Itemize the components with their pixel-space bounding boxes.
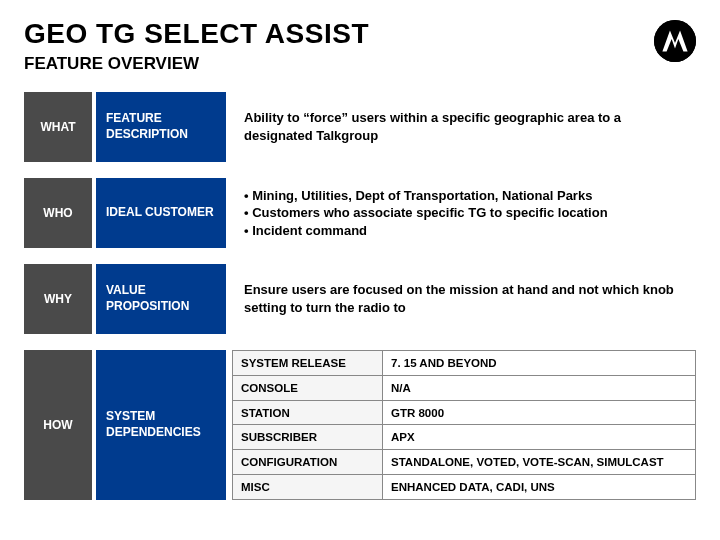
table-row: SUBSCRIBERAPX	[233, 425, 696, 450]
dep-val: GTR 8000	[383, 400, 696, 425]
feature-rows: WHAT FEATURE DESCRIPTION Ability to “for…	[24, 92, 696, 500]
svg-point-0	[654, 20, 696, 62]
row-tag-how: HOW	[24, 350, 92, 500]
title-block: GEO TG SELECT ASSIST FEATURE OVERVIEW	[24, 18, 654, 74]
dep-val: APX	[383, 425, 696, 450]
page-subtitle: FEATURE OVERVIEW	[24, 54, 654, 74]
row-content-what: Ability to “force” users within a specif…	[232, 92, 696, 162]
page-title: GEO TG SELECT ASSIST	[24, 18, 654, 50]
row-what: WHAT FEATURE DESCRIPTION Ability to “for…	[24, 92, 696, 162]
list-item: Mining, Utilities, Dept of Transportatio…	[244, 187, 684, 205]
motorola-logo-icon	[654, 20, 696, 62]
row-content-who: Mining, Utilities, Dept of Transportatio…	[232, 178, 696, 248]
dep-val: STANDALONE, VOTED, VOTE-SCAN, SIMULCAST	[383, 450, 696, 475]
dep-key: CONSOLE	[233, 375, 383, 400]
header: GEO TG SELECT ASSIST FEATURE OVERVIEW	[24, 18, 696, 74]
row-label-who: IDEAL CUSTOMER	[96, 178, 226, 248]
row-why: WHY VALUE PROPOSITION Ensure users are f…	[24, 264, 696, 334]
table-row: SYSTEM RELEASE7. 15 AND BEYOND	[233, 351, 696, 376]
dep-key: SYSTEM RELEASE	[233, 351, 383, 376]
who-bullets: Mining, Utilities, Dept of Transportatio…	[244, 187, 684, 240]
dep-key: MISC	[233, 475, 383, 500]
table-row: STATIONGTR 8000	[233, 400, 696, 425]
row-tag-what: WHAT	[24, 92, 92, 162]
dep-key: CONFIGURATION	[233, 450, 383, 475]
row-who: WHO IDEAL CUSTOMER Mining, Utilities, De…	[24, 178, 696, 248]
row-label-what: FEATURE DESCRIPTION	[96, 92, 226, 162]
dep-key: SUBSCRIBER	[233, 425, 383, 450]
dep-val: 7. 15 AND BEYOND	[383, 351, 696, 376]
list-item: Customers who associate specific TG to s…	[244, 204, 684, 222]
table-row: CONSOLEN/A	[233, 375, 696, 400]
row-tag-who: WHO	[24, 178, 92, 248]
table-row: CONFIGURATIONSTANDALONE, VOTED, VOTE-SCA…	[233, 450, 696, 475]
row-label-why: VALUE PROPOSITION	[96, 264, 226, 334]
dependencies-table: SYSTEM RELEASE7. 15 AND BEYOND CONSOLEN/…	[232, 350, 696, 500]
row-content-why: Ensure users are focused on the mission …	[232, 264, 696, 334]
table-row: MISCENHANCED DATA, CADI, UNS	[233, 475, 696, 500]
dep-val: ENHANCED DATA, CADI, UNS	[383, 475, 696, 500]
list-item: Incident command	[244, 222, 684, 240]
row-label-how: SYSTEM DEPENDENCIES	[96, 350, 226, 500]
dep-val: N/A	[383, 375, 696, 400]
row-tag-why: WHY	[24, 264, 92, 334]
dep-key: STATION	[233, 400, 383, 425]
row-how: HOW SYSTEM DEPENDENCIES SYSTEM RELEASE7.…	[24, 350, 696, 500]
